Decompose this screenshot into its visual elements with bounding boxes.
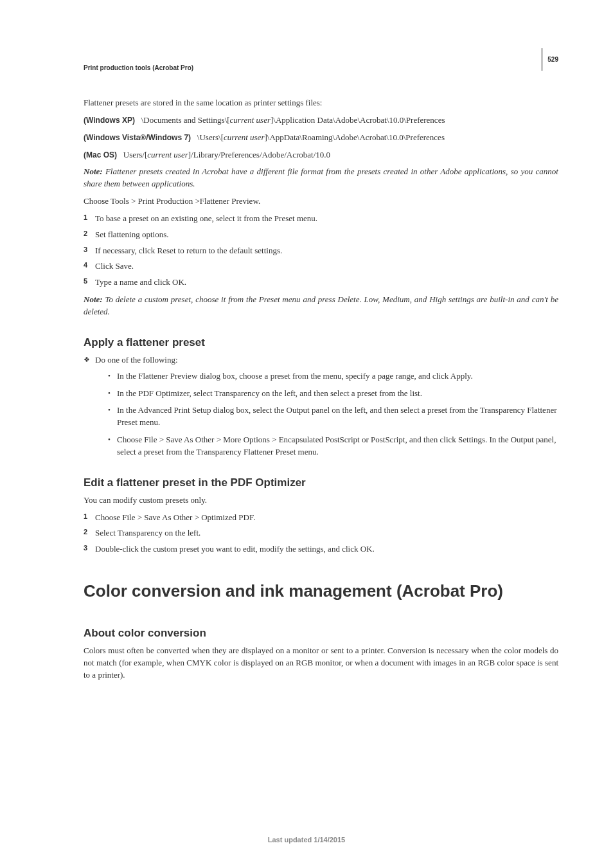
intro-text: Flattener presets are stored in the same… xyxy=(84,97,558,109)
list-item: In the PDF Optimizer, select Transparenc… xyxy=(108,388,558,400)
path-windows-xp: (Windows XP) \Documents and Settings\[cu… xyxy=(84,114,558,127)
section-heading-edit: Edit a flattener preset in the PDF Optim… xyxy=(84,476,558,489)
section-heading-about: About color conversion xyxy=(84,627,558,640)
page-number: 529 xyxy=(542,48,558,71)
apply-list-inner: In the Flattener Preview dialog box, cho… xyxy=(108,370,558,458)
note-label: Note: xyxy=(84,294,105,304)
note-1: Note: Flattener presets created in Acrob… xyxy=(84,166,558,190)
choose-instruction: Choose Tools > Print Production >Flatten… xyxy=(84,195,558,208)
steps-create-preset: 1To base a preset on an existing one, se… xyxy=(84,213,558,289)
step-item: 4Click Save. xyxy=(84,260,558,273)
about-body: Colors must often be converted when they… xyxy=(84,645,558,682)
section-heading-apply: Apply a flattener preset xyxy=(84,336,558,349)
steps-edit-preset: 1Choose File > Save As Other > Optimized… xyxy=(84,512,558,556)
note-label: Note: xyxy=(84,167,105,176)
step-item: 5Type a name and click OK. xyxy=(84,276,558,289)
edit-intro: You can modify custom presets only. xyxy=(84,494,558,507)
list-item: Do one of the following: In the Flattene… xyxy=(84,354,558,458)
path-label: (Windows XP) xyxy=(84,116,135,125)
list-item: In the Advanced Print Setup dialog box, … xyxy=(108,404,558,429)
step-item: 2Select Transparency on the left. xyxy=(84,527,558,539)
step-item: 1Choose File > Save As Other > Optimized… xyxy=(84,512,558,524)
step-item: 1To base a preset on an existing one, se… xyxy=(84,213,558,225)
path-windows-vista: (Windows Vista®/Windows 7) \Users\[curre… xyxy=(84,132,558,144)
list-item: Choose File > Save As Other > More Optio… xyxy=(108,434,558,458)
step-item: 3Double-click the custom preset you want… xyxy=(84,543,558,556)
footer-updated: Last updated 1/14/2015 xyxy=(0,836,613,844)
list-item: In the Flattener Preview dialog box, cho… xyxy=(108,370,558,383)
step-item: 2Set flattening options. xyxy=(84,229,558,241)
path-label: (Mac OS) xyxy=(84,150,117,159)
path-label: (Windows Vista®/Windows 7) xyxy=(84,133,191,142)
apply-list-outer: Do one of the following: In the Flattene… xyxy=(84,354,558,458)
path-mac-os: (Mac OS) Users/[current user]/Library/Pr… xyxy=(84,149,558,161)
note-2: Note: To delete a custom preset, choose … xyxy=(84,294,558,318)
chapter-heading: Color conversion and ink management (Acr… xyxy=(84,581,558,601)
breadcrumb: Print production tools (Acrobat Pro) xyxy=(84,64,558,71)
step-item: 3If necessary, click Reset to return to … xyxy=(84,245,558,257)
